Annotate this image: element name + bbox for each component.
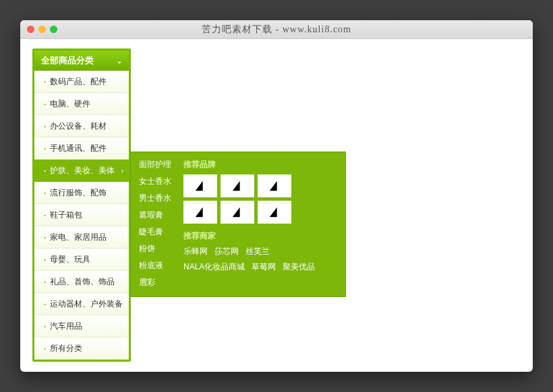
sublink-0[interactable]: 面部护理 xyxy=(139,159,171,170)
placeholder-icon xyxy=(194,180,206,192)
sublink-4[interactable]: 睫毛膏 xyxy=(139,226,171,238)
menu-item-6[interactable]: 鞋子箱包 xyxy=(34,204,129,226)
svg-marker-4 xyxy=(233,207,240,217)
menu-item-label: 办公设备、耗材 xyxy=(50,121,107,132)
menu-item-label: 所有分类 xyxy=(50,343,82,354)
menu-header-label: 全部商品分类 xyxy=(41,55,94,67)
svg-marker-5 xyxy=(270,207,277,217)
svg-marker-1 xyxy=(233,181,240,191)
browser-window: 苦力吧素材下载 - www.kuli8.com 全部商品分类 ⌄ 数码产品、配件… xyxy=(20,20,533,372)
menu-item-label: 汽车用品 xyxy=(50,321,82,332)
brand-thumb-5[interactable] xyxy=(258,201,291,224)
menu-header[interactable]: 全部商品分类 ⌄ xyxy=(34,51,129,71)
menu-item-label: 电脑、硬件 xyxy=(50,98,90,110)
menu-item-label: 礼品、首饰、饰品 xyxy=(50,276,115,288)
brand-thumb-2[interactable] xyxy=(258,174,291,197)
menu-item-label: 流行服饰、配饰 xyxy=(50,187,107,199)
sublink-6[interactable]: 粉底液 xyxy=(139,260,171,271)
sublink-1[interactable]: 女士香水 xyxy=(139,176,171,187)
menu-item-9[interactable]: 礼品、首饰、饰品 xyxy=(34,271,129,293)
menu-item-label: 鞋子箱包 xyxy=(50,209,82,221)
subcategory-column: 面部护理女士香水男士香水遮瑕膏睫毛膏粉饼粉底液眉彩 xyxy=(139,159,171,288)
chevron-right-icon: › xyxy=(121,167,123,174)
sublink-2[interactable]: 男士香水 xyxy=(139,193,171,204)
menu-item-5[interactable]: 流行服饰、配饰 xyxy=(34,182,129,204)
placeholder-icon xyxy=(194,206,206,218)
content-area: 全部商品分类 ⌄ 数码产品、配件电脑、硬件办公设备、耗材手机通讯、配件护肤、美妆… xyxy=(20,39,533,371)
brand-thumb-3[interactable] xyxy=(183,201,217,224)
placeholder-icon xyxy=(231,206,243,218)
shop-link-0[interactable]: 乐蜂网 xyxy=(183,246,208,257)
menu-item-8[interactable]: 母婴、玩具 xyxy=(34,249,129,271)
menu-item-label: 家电、家居用品 xyxy=(50,232,107,243)
sublink-3[interactable]: 遮瑕膏 xyxy=(139,209,171,221)
shop-link-2[interactable]: 丝芙兰 xyxy=(245,246,270,257)
menu-item-label: 护肤、美妆、美体 xyxy=(50,165,115,176)
window-title: 苦力吧素材下载 - www.kuli8.com xyxy=(20,24,533,36)
menu-item-1[interactable]: 电脑、硬件 xyxy=(34,93,129,115)
sublink-7[interactable]: 眉彩 xyxy=(139,277,171,288)
menu-item-label: 数码产品、配件 xyxy=(50,76,107,88)
placeholder-icon xyxy=(231,180,243,192)
shop-link-1[interactable]: 莎芯网 xyxy=(214,246,239,257)
category-menu: 全部商品分类 ⌄ 数码产品、配件电脑、硬件办公设备、耗材手机通讯、配件护肤、美妆… xyxy=(32,48,131,362)
brand-thumb-0[interactable] xyxy=(183,174,217,197)
menu-item-10[interactable]: 运动器材、户外装备 xyxy=(34,293,129,315)
titlebar: 苦力吧素材下载 - www.kuli8.com xyxy=(20,20,533,39)
shop-link-5[interactable]: 聚美优品 xyxy=(283,261,315,273)
menu-list: 数码产品、配件电脑、硬件办公设备、耗材手机通讯、配件护肤、美妆、美体›流行服饰、… xyxy=(34,71,129,360)
brand-grid xyxy=(183,174,337,224)
menu-item-4[interactable]: 护肤、美妆、美体› xyxy=(34,160,129,182)
flyout-panel: 面部护理女士香水男士香水遮瑕膏睫毛膏粉饼粉底液眉彩 推荐品牌 推荐商家 乐蜂网莎… xyxy=(130,152,346,297)
menu-item-12[interactable]: 所有分类 xyxy=(34,337,129,360)
menu-item-label: 母婴、玩具 xyxy=(50,254,90,265)
chevron-down-icon: ⌄ xyxy=(117,57,122,65)
brand-thumb-1[interactable] xyxy=(221,174,254,197)
placeholder-icon xyxy=(268,206,281,218)
recommendations: 推荐品牌 推荐商家 乐蜂网莎芯网丝芙兰NALA化妆品商城草莓网聚美优品 xyxy=(183,159,337,288)
menu-item-0[interactable]: 数码产品、配件 xyxy=(34,71,129,93)
svg-marker-3 xyxy=(196,207,203,217)
menu-item-2[interactable]: 办公设备、耗材 xyxy=(34,115,129,137)
placeholder-icon xyxy=(268,180,281,192)
shops-title: 推荐商家 xyxy=(183,230,337,242)
shops-list: 乐蜂网莎芯网丝芙兰NALA化妆品商城草莓网聚美优品 xyxy=(183,246,337,273)
shop-link-4[interactable]: 草莓网 xyxy=(252,261,276,273)
menu-item-3[interactable]: 手机通讯、配件 xyxy=(34,137,129,160)
sublink-5[interactable]: 粉饼 xyxy=(139,243,171,255)
brands-title: 推荐品牌 xyxy=(183,159,337,170)
brand-thumb-4[interactable] xyxy=(221,201,254,224)
svg-marker-0 xyxy=(196,181,203,191)
svg-marker-2 xyxy=(270,181,277,191)
menu-item-7[interactable]: 家电、家居用品 xyxy=(34,226,129,249)
shop-link-3[interactable]: NALA化妆品商城 xyxy=(183,261,245,273)
menu-item-11[interactable]: 汽车用品 xyxy=(34,315,129,337)
menu-item-label: 运动器材、户外装备 xyxy=(50,298,123,310)
menu-item-label: 手机通讯、配件 xyxy=(50,143,107,154)
